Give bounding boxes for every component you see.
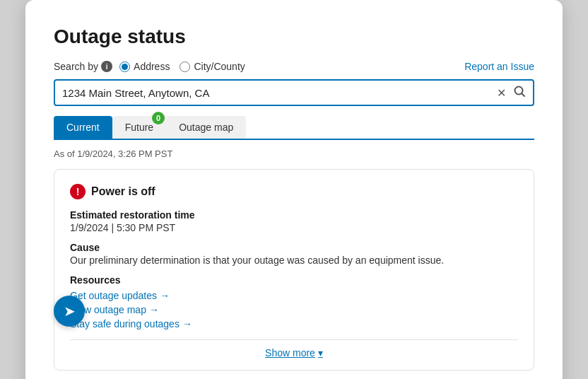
get-outage-updates-link[interactable]: Get outage updates →: [70, 290, 518, 301]
search-input-row: ✕: [54, 79, 534, 106]
search-input[interactable]: [62, 87, 497, 99]
cause-label: Cause: [70, 242, 518, 253]
arrow-icon-1: →: [149, 304, 159, 315]
show-more-button[interactable]: Show more ▾: [265, 347, 323, 358]
search-bar-left: Search by i Address City/County: [54, 61, 245, 72]
info-icon[interactable]: i: [101, 61, 112, 72]
search-input-icons: ✕: [497, 85, 526, 100]
search-bar-row: Search by i Address City/County Report a…: [54, 61, 534, 72]
radio-group: Address City/County: [119, 61, 245, 72]
tab-current[interactable]: Current: [54, 116, 112, 139]
resources-section: Resources Get outage updates → View outa…: [70, 274, 518, 330]
tab-future-badge: 0: [152, 112, 165, 124]
chevron-down-icon: ▾: [318, 347, 323, 358]
main-window: Outage status Search by i Address City/C…: [25, 0, 563, 379]
timestamp: As of 1/9/2024, 3:26 PM PST: [54, 148, 534, 159]
estimated-restoration-label: Estimated restoration time: [70, 209, 518, 221]
radio-city-county[interactable]: City/County: [180, 61, 245, 72]
arrow-icon-0: →: [160, 290, 170, 301]
radio-address[interactable]: Address: [119, 61, 170, 72]
outage-card: ! Power is off Estimated restoration tim…: [54, 169, 534, 371]
resources-title: Resources: [70, 274, 518, 286]
fab-icon: ➤: [64, 303, 76, 320]
view-outage-map-link[interactable]: View outage map →: [70, 304, 518, 315]
show-more-row: Show more ▾: [70, 347, 518, 358]
fab-button[interactable]: ➤: [54, 296, 85, 327]
stay-safe-link[interactable]: Stay safe during outages →: [70, 318, 518, 330]
tab-outage-map[interactable]: Outage map: [166, 116, 246, 139]
power-off-title: Power is off: [91, 185, 155, 198]
estimated-restoration-value: 1/9/2024 | 5:30 PM PST: [70, 222, 518, 233]
page-title: Outage status: [54, 25, 534, 48]
arrow-icon-2: →: [182, 318, 192, 330]
report-issue-link[interactable]: Report an Issue: [464, 61, 534, 72]
clear-icon[interactable]: ✕: [497, 86, 506, 100]
cause-section: Cause Our preliminary determination is t…: [70, 242, 518, 266]
tab-future[interactable]: Future 0: [112, 116, 166, 139]
error-icon: !: [70, 184, 86, 199]
estimated-restoration-section: Estimated restoration time 1/9/2024 | 5:…: [70, 209, 518, 233]
search-by-label: Search by i: [54, 61, 112, 72]
cause-value: Our preliminary determination is that yo…: [70, 255, 518, 266]
search-icon[interactable]: [513, 85, 526, 100]
svg-line-1: [522, 94, 525, 97]
tabs-row: Current Future 0 Outage map: [54, 116, 534, 140]
card-divider: [70, 339, 518, 340]
power-off-header: ! Power is off: [70, 184, 518, 199]
